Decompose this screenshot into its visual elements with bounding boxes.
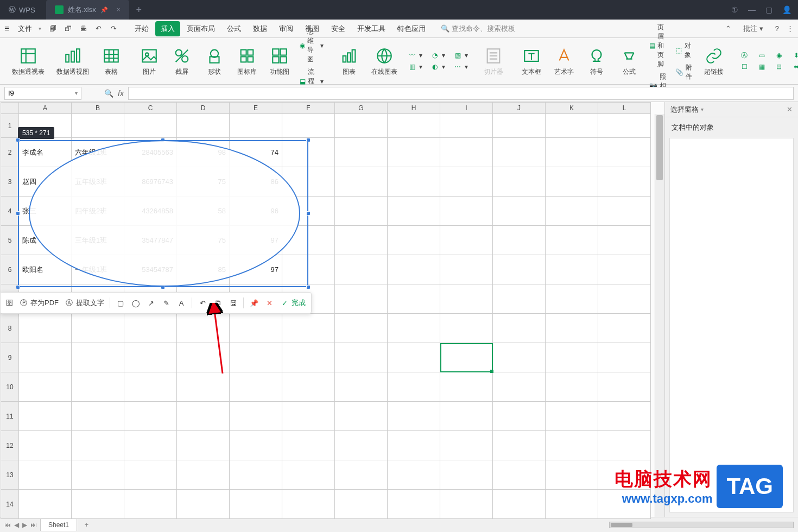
- name-box-dropdown-icon[interactable]: ▾: [75, 90, 78, 96]
- form-control-8[interactable]: ⬌: [791, 62, 798, 72]
- equation-button[interactable]: 公式: [613, 46, 645, 77]
- maximize-icon[interactable]: ▢: [765, 5, 772, 14]
- cell-I9[interactable]: [440, 343, 493, 372]
- cell-H2[interactable]: [388, 138, 440, 167]
- cell-A9[interactable]: [19, 343, 72, 372]
- badge-icon[interactable]: ①: [731, 5, 738, 14]
- cell-J12[interactable]: [493, 431, 546, 460]
- tab-home[interactable]: 开始: [129, 21, 154, 36]
- cell-B1[interactable]: [72, 114, 124, 138]
- cell-D12[interactable]: [177, 431, 230, 460]
- cell-J13[interactable]: [493, 460, 546, 490]
- cell-I12[interactable]: [440, 431, 493, 460]
- form-control-3[interactable]: ▭: [757, 50, 767, 60]
- cell-I8[interactable]: [440, 314, 493, 343]
- shot-handle-nw[interactable]: [16, 138, 20, 142]
- fx-icon[interactable]: fx: [118, 89, 124, 98]
- sheet-nav-prev-icon[interactable]: ◀: [14, 521, 19, 529]
- shot-image-button[interactable]: 图: [6, 298, 13, 308]
- tab-developer[interactable]: 开发工具: [352, 21, 391, 36]
- attachment-button[interactable]: 📎附件: [675, 63, 694, 81]
- cell-G7[interactable]: [335, 284, 388, 314]
- user-avatar-icon[interactable]: 👤: [782, 5, 791, 14]
- form-control-5[interactable]: ◉: [774, 50, 784, 60]
- cell-D11[interactable]: [177, 402, 230, 431]
- cell-I2[interactable]: [440, 138, 493, 167]
- shot-ellipse-tool[interactable]: ◯: [131, 298, 141, 308]
- save-icon[interactable]: 🗐: [48, 24, 58, 34]
- shot-handle-ne[interactable]: [306, 138, 311, 142]
- cell-D13[interactable]: [177, 460, 230, 490]
- row-header-1[interactable]: 1: [1, 114, 19, 138]
- cell-C1[interactable]: [124, 114, 177, 138]
- column-header-E[interactable]: E: [230, 102, 282, 114]
- cell-L12[interactable]: [598, 431, 651, 460]
- textbox-button[interactable]: 文本框: [516, 46, 547, 77]
- column-header-L[interactable]: L: [598, 102, 651, 114]
- cell-I7[interactable]: [440, 284, 493, 314]
- sheet-nav-next-icon[interactable]: ▶: [22, 521, 27, 529]
- row-header-8[interactable]: 8: [1, 314, 19, 343]
- shot-done-button[interactable]: ✓完成: [280, 298, 306, 308]
- cell-G14[interactable]: [335, 490, 388, 519]
- minimize-icon[interactable]: —: [748, 5, 756, 14]
- cell-G8[interactable]: [335, 314, 388, 343]
- cell-J2[interactable]: [493, 138, 546, 167]
- column-header-C[interactable]: C: [124, 102, 177, 114]
- cell-I10[interactable]: [440, 372, 493, 402]
- cell-G1[interactable]: [335, 114, 388, 138]
- pin-icon[interactable]: 📌: [100, 7, 108, 14]
- cell-A8[interactable]: [19, 314, 72, 343]
- cell-L11[interactable]: [598, 402, 651, 431]
- column-header-A[interactable]: A: [19, 102, 72, 114]
- cell-J14[interactable]: [493, 490, 546, 519]
- cell-G2[interactable]: [335, 138, 388, 167]
- cell-J5[interactable]: [493, 226, 546, 255]
- horizontal-scrollbar[interactable]: [609, 522, 794, 528]
- sparkline-more-button[interactable]: ⋯▾: [453, 62, 468, 72]
- cell-L5[interactable]: [598, 226, 651, 255]
- cell-C8[interactable]: [124, 314, 177, 343]
- column-header-H[interactable]: H: [388, 102, 440, 114]
- shot-handle-sw[interactable]: [16, 285, 20, 289]
- cell-D14[interactable]: [177, 490, 230, 519]
- cell-B8[interactable]: [72, 314, 124, 343]
- form-control-4[interactable]: ▦: [757, 62, 767, 72]
- cell-H7[interactable]: [388, 284, 440, 314]
- screenshot-button[interactable]: 截屏: [166, 46, 198, 77]
- cell-L6[interactable]: [598, 255, 651, 284]
- shot-handle-e[interactable]: [306, 211, 311, 216]
- cell-G10[interactable]: [335, 372, 388, 402]
- cell-B12[interactable]: [72, 431, 124, 460]
- header-footer-button[interactable]: ▤页眉和页脚: [649, 23, 668, 69]
- print-preview-icon[interactable]: 🗗: [63, 24, 73, 34]
- cell-J1[interactable]: [493, 114, 546, 138]
- cell-L2[interactable]: [598, 138, 651, 167]
- cell-L10[interactable]: [598, 372, 651, 402]
- tab-security[interactable]: 安全: [326, 21, 351, 36]
- sparkline-area-button[interactable]: ▧▾: [453, 50, 468, 60]
- row-header-14[interactable]: 14: [1, 490, 19, 519]
- object-button[interactable]: ⬚对象: [675, 41, 694, 60]
- cell-B14[interactable]: [72, 490, 124, 519]
- zoom-icon[interactable]: 🔍: [104, 89, 113, 98]
- row-header-12[interactable]: 12: [1, 431, 19, 460]
- cell-C12[interactable]: [124, 431, 177, 460]
- cell-F12[interactable]: [282, 431, 335, 460]
- row-header-2[interactable]: 2: [1, 138, 19, 167]
- select-all-corner[interactable]: [1, 102, 19, 114]
- cell-H13[interactable]: [388, 460, 440, 490]
- cell-H10[interactable]: [388, 372, 440, 402]
- shot-pin-button[interactable]: 📌: [249, 298, 259, 308]
- cell-C9[interactable]: [124, 343, 177, 372]
- cell-D8[interactable]: [177, 314, 230, 343]
- cell-H11[interactable]: [388, 402, 440, 431]
- command-search[interactable]: 🔍 查找命令、搜索模板: [441, 24, 515, 34]
- cell-B9[interactable]: [72, 343, 124, 372]
- cell-H4[interactable]: [388, 197, 440, 226]
- cell-L9[interactable]: [598, 343, 651, 372]
- cell-F14[interactable]: [282, 490, 335, 519]
- print-icon[interactable]: 🖶: [78, 24, 88, 34]
- sparkline-pie-button[interactable]: ◔▾: [430, 50, 445, 60]
- hamburger-icon[interactable]: ≡: [4, 24, 9, 34]
